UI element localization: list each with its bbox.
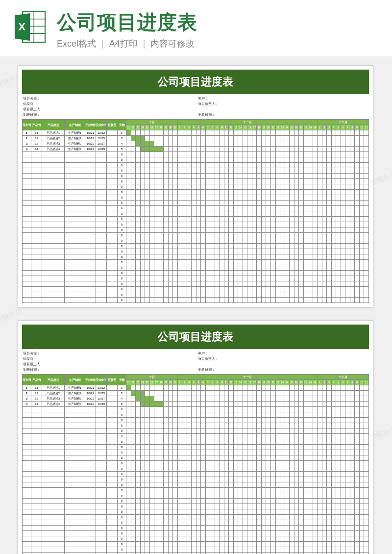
- meta-field: [198, 107, 368, 112]
- meta-field: 项目名称：: [23, 351, 193, 356]
- table-row: 414产品描述4生产制程410/2410/295: [23, 147, 369, 152]
- table-row: 0: [23, 482, 369, 488]
- day-header: 14: [238, 125, 243, 130]
- table-row: 0: [23, 407, 369, 412]
- meta-field: 项目名称：: [23, 96, 193, 101]
- table-row: 0: [23, 179, 369, 184]
- table-row: 0: [23, 271, 369, 276]
- day-header: 16: [247, 125, 252, 130]
- col-header: 更新至: [107, 375, 118, 385]
- day-header: 28: [303, 125, 308, 130]
- table-row: 0: [23, 520, 369, 526]
- day-header: 8: [210, 380, 215, 385]
- table-row: 111产品描述1生产制程110/2110/221: [23, 385, 369, 391]
- day-header: 8: [350, 380, 355, 385]
- day-header: 27: [299, 125, 304, 130]
- table-row: 313产品描述3生产制程310/2310/274: [23, 396, 369, 402]
- table-row: 0: [23, 254, 369, 260]
- day-header: 2: [322, 380, 327, 385]
- day-header: 2: [182, 125, 187, 130]
- day-header: 14: [238, 380, 243, 385]
- day-header: 22: [275, 380, 280, 385]
- day-header: 24: [140, 125, 145, 130]
- meta-field: 项目负责人：: [198, 101, 368, 106]
- day-header: 30: [313, 125, 318, 130]
- table-row: 0: [23, 174, 369, 179]
- page-preview-area: 熊猫办公 熊猫办公 熊猫办公 熊猫办公 公司项目进度表项目名称：客户：供应商：项…: [0, 56, 392, 554]
- col-header: 序列号: [23, 120, 31, 130]
- sheet-title: 公司项目进度表: [22, 325, 369, 349]
- day-header: 16: [247, 380, 252, 385]
- day-header: 1: [177, 380, 182, 385]
- day-header: 9: [215, 380, 220, 385]
- col-header: 生产制程: [65, 120, 85, 130]
- day-header: 7: [205, 125, 210, 130]
- day-header: 1: [318, 125, 322, 130]
- table-row: 0: [23, 450, 369, 455]
- day-header: 13: [233, 125, 238, 130]
- table-row: 0: [23, 428, 369, 434]
- col-header: 更新至: [107, 120, 118, 130]
- day-header: 19: [261, 125, 266, 130]
- day-header: 30: [168, 125, 173, 130]
- col-header: 产品号: [31, 375, 42, 385]
- meta-field: 项目跟进人：: [23, 107, 193, 112]
- day-header: 9: [215, 125, 220, 130]
- table-row: 0: [23, 249, 369, 254]
- header-title: 公司项目进度表: [57, 9, 380, 36]
- day-header: 11: [224, 380, 229, 385]
- month-header: 十月: [126, 120, 178, 125]
- day-header: 31: [173, 380, 178, 385]
- day-header: 31: [173, 125, 178, 130]
- table-row: 0: [23, 526, 369, 531]
- col-header: 序列号: [23, 375, 31, 385]
- table-row: 0: [23, 499, 369, 504]
- day-header: 28: [159, 125, 164, 130]
- meta-field: [198, 362, 368, 367]
- day-header: 11: [364, 380, 369, 385]
- table-row: 0: [23, 434, 369, 439]
- day-header: 25: [145, 380, 150, 385]
- day-header: 4: [192, 125, 196, 130]
- table-row: 0: [23, 222, 369, 227]
- table-row: 0: [23, 461, 369, 466]
- day-header: 29: [308, 125, 313, 130]
- day-header: 24: [285, 380, 290, 385]
- day-header: 6: [341, 380, 345, 385]
- col-header: 天数: [118, 375, 126, 385]
- col-header: 开始时间: [85, 120, 96, 130]
- day-header: 3: [327, 125, 332, 130]
- meta-field: 客户：: [198, 96, 368, 101]
- table-row: 0: [23, 227, 369, 233]
- meta-field: 制表日期：: [23, 367, 193, 372]
- day-header: 5: [336, 380, 341, 385]
- table-row: 212产品描述2生产制程210/2210/253: [23, 391, 369, 396]
- table-row: 0: [23, 287, 369, 292]
- day-header: 1: [177, 125, 182, 130]
- day-header: 10: [359, 125, 364, 130]
- table-row: 0: [23, 439, 369, 445]
- day-header: 21: [270, 380, 275, 385]
- day-header: 27: [154, 380, 159, 385]
- day-header: 10: [220, 125, 224, 130]
- day-header: 4: [192, 380, 196, 385]
- day-header: 12: [229, 380, 234, 385]
- day-header: 8: [210, 125, 215, 130]
- table-row: 0: [23, 418, 369, 423]
- table-row: 414产品描述4生产制程410/2410/295: [23, 402, 369, 407]
- gantt-table: 序列号产品号产品描述生产制程开始时间完成时间更新至天数十月十一月十二月21222…: [22, 374, 369, 554]
- table-row: 0: [23, 547, 369, 553]
- day-header: 25: [145, 125, 150, 130]
- table-row: 0: [23, 466, 369, 472]
- meta-field: 供应商：: [23, 356, 193, 361]
- table-row: 0: [23, 168, 369, 174]
- table-row: 0: [23, 455, 369, 461]
- table-row: 0: [23, 553, 369, 554]
- col-header: 开始时间: [85, 375, 96, 385]
- meta-field: 项目负责人：: [198, 356, 368, 361]
- col-header: 完成时间: [96, 120, 107, 130]
- day-header: 26: [294, 125, 299, 130]
- col-header: 产品描述: [42, 120, 65, 130]
- day-header: 23: [136, 125, 141, 130]
- gantt-table: 序列号产品号产品描述生产制程开始时间完成时间更新至天数十月十一月十二月21222…: [22, 119, 369, 303]
